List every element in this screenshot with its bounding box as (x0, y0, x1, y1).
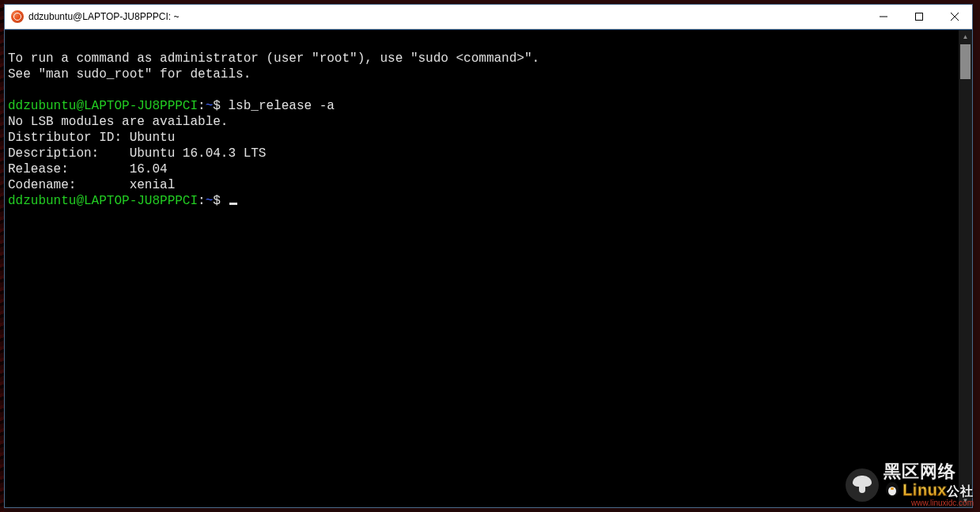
titlebar[interactable]: ddzubuntu@LAPTOP-JU8PPPCI: ~ (5, 5, 972, 29)
terminal-window: ddzubuntu@LAPTOP-JU8PPPCI: ~ To run a co… (4, 4, 973, 508)
prompt-path: ~ (206, 99, 214, 113)
window-title: ddzubuntu@LAPTOP-JU8PPPCI: ~ (28, 11, 865, 22)
scrollbar-down-arrow-icon[interactable]: ▼ (959, 494, 972, 507)
scrollbar-up-arrow-icon[interactable]: ▲ (959, 30, 972, 44)
terminal-body-wrap: To run a command as administrator (user … (5, 29, 972, 507)
prompt-sep: : (198, 194, 206, 208)
output-line: Distributor ID: Ubuntu (8, 131, 175, 145)
window-controls (865, 5, 972, 28)
minimize-button[interactable] (865, 5, 901, 28)
motd-line: To run a command as administrator (user … (8, 51, 539, 66)
maximize-button[interactable] (901, 5, 936, 28)
close-button[interactable] (936, 5, 972, 28)
motd-line: See "man sudo_root" for details. (8, 67, 251, 82)
prompt-symbol: $ (213, 99, 221, 113)
output-line: Release: 16.04 (8, 162, 168, 176)
output-line: Codename: xenial (8, 178, 175, 192)
prompt-sep: : (198, 99, 206, 113)
cursor (229, 203, 237, 205)
prompt-user-host: ddzubuntu@LAPTOP-JU8PPPCI (8, 194, 198, 208)
command-text: lsb_release -a (228, 99, 334, 113)
ubuntu-icon (11, 10, 24, 23)
scrollbar[interactable]: ▲ ▼ (959, 30, 972, 507)
prompt-user-host: ddzubuntu@LAPTOP-JU8PPPCI (8, 99, 198, 113)
output-line: Description: Ubuntu 16.04.3 LTS (8, 146, 266, 161)
svg-rect-1 (915, 13, 922, 21)
scrollbar-thumb[interactable] (960, 44, 971, 79)
output-line: No LSB modules are available. (8, 115, 228, 129)
prompt-symbol: $ (213, 194, 221, 208)
terminal-output[interactable]: To run a command as administrator (user … (5, 30, 959, 507)
prompt-path: ~ (206, 194, 214, 208)
